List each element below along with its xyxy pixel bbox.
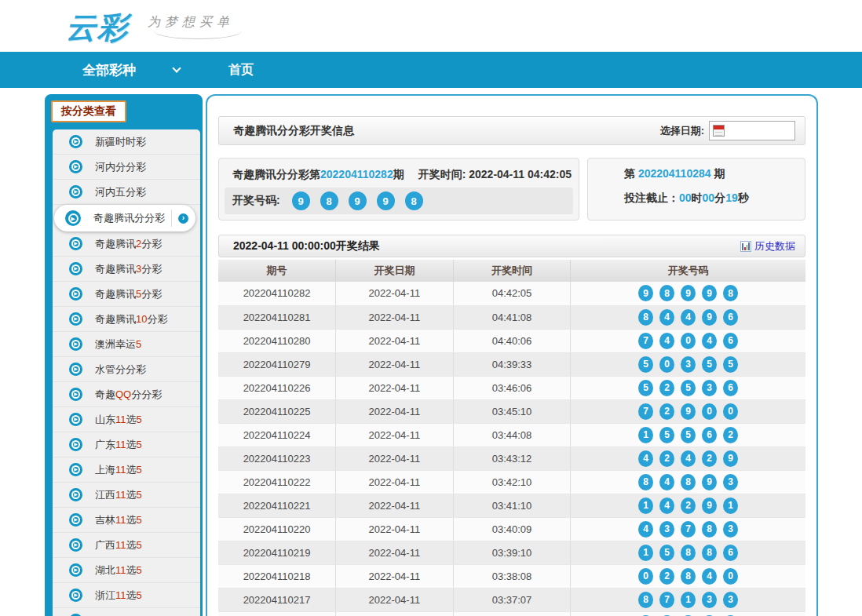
calendar-icon[interactable] <box>713 125 725 137</box>
table-row[interactable]: 2022041102792022-04-1104:39:3350355 <box>218 352 805 376</box>
draw-numbers-cell: 72900 <box>571 399 805 423</box>
play-circle-icon: ▶ <box>69 287 82 301</box>
sidebar-item[interactable]: ▶山东11选5 <box>53 407 200 432</box>
sidebar-item-label: 江西11选5 <box>95 488 142 502</box>
lottery-ball: 3 <box>723 521 738 538</box>
sidebar-item[interactable]: ▶奇趣腾讯3分彩 <box>53 257 200 282</box>
sidebar-item[interactable]: ▶广西11选5 <box>53 533 200 558</box>
sidebar-item-label: 新疆时时彩 <box>95 135 146 149</box>
column-header: 开奖号码 <box>571 260 805 282</box>
table-row[interactable]: 2022041102252022-04-1103:45:1072900 <box>218 399 805 423</box>
play-circle-icon: ▶ <box>69 237 82 250</box>
lottery-ball: 2 <box>681 498 696 514</box>
date-cell: 2022-04-11 <box>336 282 454 305</box>
sidebar-item[interactable]: ▶浙江11选5 <box>53 583 200 608</box>
sidebar-item[interactable]: ▶上海11选5 <box>53 457 200 483</box>
play-arrow-icon: ▶ <box>71 365 80 374</box>
play-arrow-icon: ▶ <box>71 264 80 273</box>
table-row[interactable]: 2022041102812022-04-1104:41:0884496 <box>218 305 805 329</box>
table-row[interactable]: 2022041102202022-04-1103:40:0943783 <box>218 517 805 541</box>
lottery-ball: 2 <box>659 403 674 420</box>
sidebar-item[interactable]: ▶广东11选5 <box>53 432 200 457</box>
history-data-link[interactable]: 历史数据 <box>754 239 795 253</box>
sidebar-list: ▶新疆时时彩▶河内分分彩▶河内五分彩▶奇趣腾讯分分彩›▶奇趣腾讯2分彩▶奇趣腾讯… <box>53 129 200 616</box>
chevron-right-icon[interactable]: › <box>178 213 188 224</box>
sidebar-item[interactable]: ▶奇趣腾讯2分彩 <box>53 231 200 257</box>
table-row[interactable]: 2022041102222022-04-1103:42:1084893 <box>218 470 805 494</box>
history-link-wrap[interactable]: 历史数据 <box>740 239 795 253</box>
next-draw-panel: 第 202204110284 期 投注截止：00时00分19秒 <box>587 158 805 221</box>
date-input[interactable] <box>709 121 795 140</box>
table-row[interactable]: 2022041102172022-04-1103:37:0787133 <box>218 588 805 611</box>
date-cell: 2022-04-11 <box>336 376 454 399</box>
draw-numbers-cell: 15562 <box>571 423 805 447</box>
date-cell: 2022-04-11 <box>336 447 454 470</box>
sidebar-item[interactable]: ▶ <box>53 608 200 616</box>
site-logo[interactable]: 云彩 <box>66 8 129 48</box>
sidebar-item[interactable]: ▶河内五分彩 <box>53 180 200 205</box>
lottery-ball: 2 <box>702 450 717 467</box>
table-row[interactable]: 2022041102822022-04-1104:42:0598998 <box>218 282 805 305</box>
play-circle-icon: ▶ <box>69 312 82 326</box>
sidebar-item[interactable]: ▶水管分分彩 <box>53 357 200 382</box>
sidebar-item-label: 上海11选5 <box>95 463 142 477</box>
table-row[interactable] <box>218 611 805 616</box>
draw-numbers-cell <box>571 611 805 616</box>
date-cell: 2022-04-11 <box>336 517 454 541</box>
period-cell: 202204110224 <box>218 423 336 447</box>
sidebar-item[interactable]: ▶吉林11选5 <box>53 508 200 533</box>
sidebar-item[interactable]: ▶澳洲幸运5 <box>53 332 200 357</box>
lottery-ball: 8 <box>723 285 738 301</box>
sidebar-item[interactable]: ▶河内分分彩 <box>53 155 200 180</box>
table-row[interactable]: 2022041102262022-04-1103:46:0652536 <box>218 376 805 399</box>
table-row[interactable]: 2022041102192022-04-1103:39:1015886 <box>218 541 805 564</box>
play-circle-icon: ▶ <box>65 210 81 226</box>
time-cell <box>453 611 571 616</box>
sidebar-item-label: 奇趣腾讯5分彩 <box>95 287 162 301</box>
period-cell: 202204110279 <box>218 352 336 376</box>
nav-home[interactable]: 首页 <box>228 62 254 78</box>
sidebar-item-label: 湖北11选5 <box>95 563 142 578</box>
table-row[interactable]: 2022041102232022-04-1103:43:1242429 <box>218 447 805 470</box>
draw-numbers-cell: 87133 <box>571 588 805 611</box>
play-arrow-icon: ▶ <box>71 465 80 474</box>
draw-panels-row: 奇趣腾讯分分彩第202204110282期开奖时间: 2022-04-11 04… <box>218 158 805 221</box>
lottery-ball: 6 <box>723 380 738 396</box>
period-cell: 202204110217 <box>218 588 336 611</box>
lottery-ball: 2 <box>659 380 674 396</box>
lottery-ball: 9 <box>702 498 717 514</box>
sidebar-item[interactable]: ▶新疆时时彩 <box>53 129 200 155</box>
sidebar-item[interactable]: ▶奇趣腾讯分分彩› <box>54 205 195 231</box>
table-row[interactable]: 2022041102182022-04-1103:38:0802840 <box>218 564 805 588</box>
column-header: 开奖日期 <box>336 260 454 282</box>
nav-all-lotteries[interactable]: 全部彩种 <box>82 61 136 79</box>
chevron-down-icon[interactable] <box>172 64 181 72</box>
results-title: 2022-04-11 00:00:00开奖结果 <box>233 239 380 253</box>
lottery-ball: 3 <box>659 521 674 538</box>
lottery-ball: 9 <box>377 191 395 210</box>
sidebar-item[interactable]: ▶奇趣QQ分分彩 <box>53 382 200 407</box>
divider <box>171 210 172 227</box>
table-row[interactable]: 2022041102212022-04-1103:41:1014291 <box>218 494 805 517</box>
sidebar-item[interactable]: ▶湖北11选5 <box>53 558 200 583</box>
date-cell: 2022-04-11 <box>336 329 454 352</box>
sidebar-item-label: 广东11选5 <box>95 438 142 452</box>
sidebar-item[interactable]: ▶奇趣腾讯10分彩 <box>53 307 200 332</box>
sidebar-item[interactable]: ▶江西11选5 <box>53 483 200 508</box>
table-row[interactable]: 2022041102802022-04-1104:40:0674046 <box>218 329 805 352</box>
table-row[interactable]: 2022041102242022-04-1103:44:0815562 <box>218 423 805 447</box>
lottery-ball: 6 <box>723 333 738 349</box>
countdown-line: 投注截止：00时00分19秒 <box>624 191 805 206</box>
lottery-ball: 9 <box>702 474 717 490</box>
draw-numbers-cell: 02840 <box>571 564 805 588</box>
lottery-ball: 2 <box>659 568 674 585</box>
lottery-ball: 4 <box>659 474 674 490</box>
time-cell: 03:39:10 <box>453 541 571 564</box>
period-cell: 202204110221 <box>218 494 336 517</box>
lottery-ball: 6 <box>702 427 717 443</box>
lottery-ball: 9 <box>681 285 696 301</box>
draw-numbers-cell: 74046 <box>571 329 805 352</box>
countdown-hours: 00 <box>679 191 692 204</box>
sidebar-item[interactable]: ▶奇趣腾讯5分彩 <box>53 282 200 307</box>
bar-chart-icon <box>740 241 751 252</box>
